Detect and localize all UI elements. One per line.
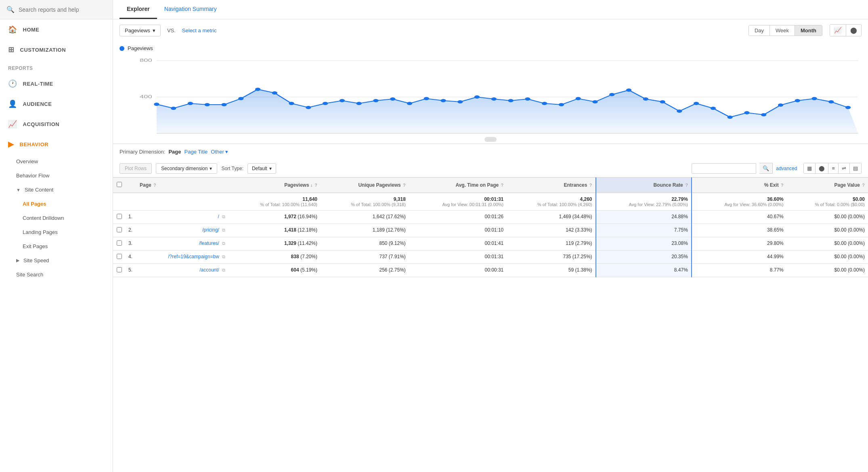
row-checkbox-3[interactable]	[117, 254, 122, 259]
search-input[interactable]	[19, 6, 106, 13]
svg-point-21	[356, 102, 361, 105]
avg-time-help-icon[interactable]: ?	[501, 183, 504, 188]
plot-rows-button[interactable]: Plot Rows	[120, 163, 152, 174]
copy-icon-1[interactable]: ⧉	[222, 228, 225, 232]
row-entrances-1: 142 (3.33%)	[507, 224, 595, 237]
grid-icon: ⊞	[8, 45, 15, 54]
dim-page-title[interactable]: Page Title	[185, 149, 208, 155]
page-link-0[interactable]: /	[218, 214, 219, 219]
select-metric-link[interactable]: Select a metric	[182, 27, 217, 34]
page-link-4[interactable]: /account/	[199, 267, 219, 273]
copy-icon-3[interactable]: ⧉	[222, 254, 225, 259]
pie-chart-btn[interactable]: ⬤	[846, 25, 861, 36]
table-search-button[interactable]: 🔍	[759, 163, 773, 174]
page-value-help-icon[interactable]: ?	[862, 183, 865, 188]
pageviews-sort-icon[interactable]: ↓	[310, 183, 312, 188]
sidebar-item-site-content[interactable]: ▼ Site Content	[0, 183, 113, 197]
table-controls: Plot Rows Secondary dimension ▾ Sort Typ…	[113, 160, 868, 177]
copy-icon-0[interactable]: ⧉	[222, 214, 225, 219]
sidebar-item-acquisition[interactable]: 📈 ACQUISITION	[0, 114, 113, 134]
reports-section-label: Reports	[0, 60, 113, 74]
svg-point-22	[373, 99, 378, 102]
view-pie-btn[interactable]: ⬤	[816, 163, 828, 173]
vs-label: VS.	[167, 27, 176, 34]
row-checkbox-0[interactable]	[117, 214, 122, 219]
sidebar-item-behavior[interactable]: ▶ BEHAVIOR	[0, 134, 113, 154]
copy-icon-4[interactable]: ⧉	[222, 268, 225, 272]
row-pct-exit-0: 40.67%	[692, 211, 787, 224]
search-box[interactable]: 🔍	[0, 0, 113, 19]
pct-exit-help-icon[interactable]: ?	[781, 183, 784, 188]
dim-page[interactable]: Page	[168, 149, 181, 155]
select-all-checkbox[interactable]	[117, 182, 122, 187]
total-page-value: $0.00 % of Total: 0.00% ($0.00)	[787, 193, 868, 211]
sidebar-item-content-drilldown[interactable]: Content Drilldown	[0, 211, 113, 225]
dim-other[interactable]: Other ▾	[211, 149, 228, 155]
row-checkbox-1[interactable]	[117, 227, 122, 232]
svg-point-17	[289, 102, 294, 105]
view-data-btn[interactable]: ▦	[804, 163, 816, 173]
sidebar-item-overview[interactable]: Overview	[0, 154, 113, 169]
col-pct-exit: % Exit ?	[692, 178, 787, 193]
row-page-value-4: $0.00 (0.00%)	[787, 264, 868, 277]
row-page-value-3: $0.00 (0.00%)	[787, 251, 868, 264]
row-checkbox-2[interactable]	[117, 240, 122, 246]
unique-pageviews-help-icon[interactable]: ?	[403, 183, 406, 188]
sidebar-item-realtime[interactable]: 🕐 REAL-TIME	[0, 74, 113, 94]
svg-point-25	[424, 97, 429, 100]
metric-selector[interactable]: Pageviews ▾	[120, 25, 161, 36]
row-checkbox-4[interactable]	[117, 267, 122, 272]
view-performance-btn[interactable]: ≡	[828, 163, 839, 173]
dropdown-arrow-icon: ▾	[153, 27, 155, 34]
sidebar-item-landing-pages[interactable]: Landing Pages	[0, 225, 113, 239]
dropdown-other-icon: ▾	[225, 149, 228, 155]
tab-navigation-summary[interactable]: Navigation Summary	[157, 0, 224, 19]
row-bounce-rate-3: 20.35%	[596, 251, 692, 264]
sort-type-selector[interactable]: Default ▾	[247, 163, 276, 174]
sidebar-item-site-speed[interactable]: ▶ Site Speed	[0, 253, 113, 268]
view-comparison-btn[interactable]: ⇌	[839, 163, 850, 173]
svg-point-27	[457, 100, 463, 103]
sidebar-item-all-pages[interactable]: All Pages	[0, 197, 113, 211]
svg-point-9	[154, 103, 159, 106]
time-btn-month[interactable]: Month	[795, 25, 822, 36]
entrances-help-icon[interactable]: ?	[589, 183, 592, 188]
total-bounce-rate: 22.79% Avg for View: 22.79% (0.00%)	[596, 193, 692, 211]
sidebar-item-exit-pages[interactable]: Exit Pages	[0, 239, 113, 253]
page-link-2[interactable]: /features/	[199, 240, 219, 246]
sidebar-item-audience[interactable]: 👤 AUDIENCE	[0, 94, 113, 114]
sidebar-item-behavior-flow[interactable]: Behavior Flow	[0, 169, 113, 183]
tab-explorer[interactable]: Explorer	[120, 0, 157, 19]
view-pivot-btn[interactable]: ▤	[850, 163, 861, 173]
pageviews-help-icon[interactable]: ?	[314, 183, 317, 188]
table-row: 4. /?ref=19&campaign=bw ⧉ 838 (7.20%) 73…	[113, 251, 868, 264]
svg-point-28	[474, 95, 480, 99]
time-btn-week[interactable]: Week	[770, 25, 795, 36]
table-search-input[interactable]	[692, 163, 756, 174]
main-content: Explorer Navigation Summary Pageviews ▾ …	[113, 0, 868, 472]
page-help-icon[interactable]: ?	[153, 183, 156, 188]
sidebar-item-customization[interactable]: ⊞ CUSTOMIZATION	[0, 40, 113, 60]
svg-point-20	[340, 99, 345, 102]
row-avg-time-3: 00:01:31	[409, 251, 507, 264]
svg-point-35	[592, 100, 598, 103]
svg-point-18	[306, 106, 311, 109]
svg-point-48	[811, 97, 817, 100]
sidebar-item-site-search[interactable]: Site Search	[0, 268, 113, 282]
totals-row: 11,640 % of Total: 100.00% (11,640) 9,31…	[113, 193, 868, 211]
secondary-dimension-selector[interactable]: Secondary dimension ▾	[156, 163, 217, 174]
table-row: 5. /account/ ⧉ 604 (5.19%) 256 (2.75%) 0…	[113, 264, 868, 277]
svg-point-15	[255, 88, 260, 91]
row-pageviews-4: 604 (5.19%)	[229, 264, 321, 277]
copy-icon-2[interactable]: ⧉	[222, 241, 225, 246]
page-link-3[interactable]: /?ref=19&campaign=bw	[168, 254, 219, 259]
chart-scroll-handle[interactable]	[484, 137, 497, 142]
sidebar-item-home[interactable]: 🏠 HOME	[0, 19, 113, 40]
bounce-rate-help-icon[interactable]: ?	[685, 183, 688, 188]
row-pct-exit-4: 8.77%	[692, 264, 787, 277]
page-link-1[interactable]: /pricing/	[202, 227, 219, 233]
total-avg-time: 00:01:31 Avg for View: 00:01:31 (0.00%)	[409, 193, 507, 211]
line-chart-btn[interactable]: 📈	[830, 25, 846, 36]
advanced-link[interactable]: advanced	[776, 166, 797, 171]
time-btn-day[interactable]: Day	[749, 25, 770, 36]
